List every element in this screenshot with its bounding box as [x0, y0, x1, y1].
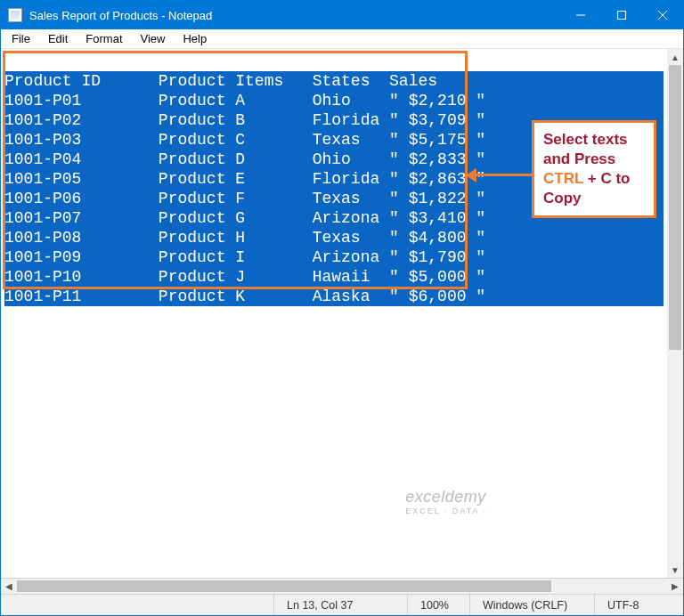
status-bar: Ln 13, Col 37 100% Windows (CRLF) UTF-8 — [1, 594, 683, 615]
close-button[interactable] — [642, 1, 683, 29]
menu-format[interactable]: Format — [77, 30, 131, 47]
maximize-button[interactable] — [601, 1, 642, 29]
hscroll-track[interactable] — [17, 579, 667, 594]
text-row[interactable]: 1001-P10 Product J Hawaii " $5,000 " — [4, 267, 664, 287]
text-row[interactable]: 1001-P11 Product K Alaska " $6,000 " — [4, 287, 664, 306]
status-encoding: UTF-8 — [594, 595, 683, 615]
scroll-thumb[interactable] — [669, 65, 681, 350]
menu-help[interactable]: Help — [174, 30, 216, 47]
vertical-scrollbar[interactable]: ▲ ▼ — [667, 49, 683, 578]
text-header-row[interactable]: Product ID Product Items States Sales — [4, 71, 664, 91]
hscroll-thumb[interactable] — [17, 580, 551, 592]
callout-ctrl: CTRL — [543, 170, 583, 187]
title-bar[interactable]: Sales Report of Products - Notepad — [1, 1, 683, 29]
scroll-track[interactable] — [667, 65, 683, 562]
menu-edit[interactable]: Edit — [39, 30, 77, 47]
scroll-right-icon[interactable]: ▶ — [667, 579, 683, 594]
horizontal-scrollbar[interactable]: ◀ ▶ — [1, 578, 683, 594]
callout-text: + C to — [583, 170, 630, 187]
menu-bar: File Edit Format View Help — [1, 29, 683, 49]
status-zoom[interactable]: 100% — [407, 595, 469, 615]
notepad-icon — [8, 8, 22, 22]
callout-text: Select texts — [543, 131, 628, 148]
callout-arrow-head-icon — [466, 168, 476, 182]
menu-view[interactable]: View — [132, 30, 175, 47]
window-title: Sales Report of Products - Notepad — [29, 9, 560, 22]
client-area: Product ID Product Items States Sales100… — [1, 49, 683, 578]
status-spacer — [1, 595, 273, 615]
notepad-window: Sales Report of Products - Notepad File … — [0, 0, 684, 616]
watermark-text: exceldemy — [405, 488, 486, 506]
scroll-down-icon[interactable]: ▼ — [667, 562, 683, 578]
text-row[interactable]: 1001-P09 Product I Arizona " $1,790 " — [4, 247, 664, 267]
status-position: Ln 13, Col 37 — [273, 595, 407, 615]
status-eol: Windows (CRLF) — [469, 595, 594, 615]
callout-text: Copy — [543, 190, 582, 207]
callout-arrow-line — [471, 174, 532, 176]
callout-box: Select texts and Press CTRL + C to Copy — [532, 120, 656, 218]
minimize-button[interactable] — [560, 1, 601, 29]
menu-file[interactable]: File — [3, 30, 39, 47]
watermark: exceldemy EXCEL · DATA · — [405, 488, 487, 515]
text-row[interactable]: 1001-P01 Product A Ohio " $2,210 " — [4, 91, 664, 110]
scroll-left-icon[interactable]: ◀ — [1, 579, 17, 594]
scroll-up-icon[interactable]: ▲ — [667, 49, 683, 65]
callout-text: and Press — [543, 150, 615, 167]
svg-rect-1 — [618, 12, 626, 20]
text-row[interactable]: 1001-P08 Product H Texas " $4,800 " — [4, 228, 664, 247]
watermark-sub: EXCEL · DATA · — [405, 507, 487, 515]
